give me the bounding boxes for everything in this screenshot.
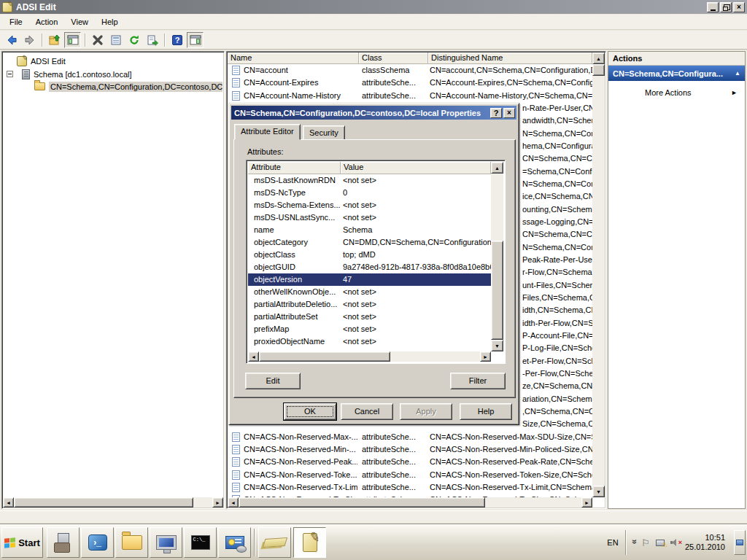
collapse-expander-icon[interactable] <box>7 71 13 77</box>
list-row[interactable]: CN=ACS-Non-Reserved-Tx-LimitattributeSch… <box>228 481 592 494</box>
attribute-row[interactable]: msDS-NcType0 <box>248 187 491 199</box>
edit-button[interactable]: Edit <box>245 373 301 389</box>
language-indicator[interactable]: EN <box>607 538 618 547</box>
taskbar-control-panel-button[interactable] <box>218 527 251 558</box>
list-row[interactable]: CN=accountclassSchemaCN=account,CN=Schem… <box>228 64 592 77</box>
restore-button[interactable] <box>720 2 732 12</box>
attribute-row[interactable]: msDS-LastKnownRDN<not set> <box>248 174 491 187</box>
attribute-row[interactable]: objectCategoryCN=DMD,CN=Schema,CN=Config… <box>248 236 491 249</box>
attribute-row[interactable]: prefixMap<not set> <box>248 323 491 335</box>
start-button[interactable]: Start <box>1 527 43 558</box>
list-row[interactable]: CN=Account-ExpiresattributeSche...CN=Acc… <box>228 77 592 89</box>
tab-security[interactable]: Security <box>303 125 345 140</box>
column-header-class[interactable]: Class <box>359 52 428 64</box>
taskbar-clock[interactable]: 10:51 25.01.2010 <box>685 533 725 552</box>
scroll-up-icon[interactable]: ▲ <box>491 162 503 174</box>
list-row[interactable]: CN=Account-Name-HistoryattributeSche...C… <box>228 90 592 102</box>
scroll-down-icon[interactable]: ▼ <box>491 340 503 351</box>
forward-button[interactable] <box>21 32 38 48</box>
taskbar-powershell-button[interactable]: ›_ <box>81 527 114 558</box>
scroll-right-icon[interactable]: ► <box>480 351 491 362</box>
export-list-button[interactable] <box>144 32 160 48</box>
show-hidden-icons-icon[interactable]: « <box>629 541 639 545</box>
column-header-dn[interactable]: Distinguished Name <box>428 52 592 64</box>
taskbar-cmd-button[interactable]: C:\_ <box>184 527 217 558</box>
scroll-down-icon[interactable]: ▼ <box>592 486 605 497</box>
taskbar-computer-button[interactable] <box>150 527 182 558</box>
refresh-button[interactable] <box>125 32 142 48</box>
apply-button[interactable]: Apply <box>400 403 452 420</box>
tab-attribute-editor[interactable]: Attribute Editor <box>234 124 301 140</box>
scroll-thumb[interactable] <box>491 241 503 340</box>
volume-muted-icon[interactable]: × <box>670 539 678 546</box>
help-button-dialog[interactable]: Help <box>460 403 512 420</box>
scroll-left-icon[interactable]: ◄ <box>3 497 14 508</box>
scroll-thumb[interactable] <box>592 64 605 76</box>
action-pane-toggle-button[interactable] <box>187 32 204 48</box>
list-row[interactable]: CN=ACS-Non-Reserved-Min-...attributeSche… <box>228 443 592 456</box>
help-button[interactable]: ? <box>169 32 185 48</box>
tree-item-root[interactable]: ADSI Edit <box>17 55 66 67</box>
close-button[interactable]: × <box>733 2 745 12</box>
delete-button[interactable] <box>89 32 106 48</box>
menu-help[interactable]: Help <box>95 15 125 28</box>
chevron-up-icon[interactable]: ▲ <box>735 70 740 77</box>
list-vscrollbar[interactable]: ▲ ▼ <box>592 52 605 497</box>
filter-button[interactable]: Filter <box>450 373 506 389</box>
console-tree-toggle-button[interactable] <box>64 32 81 48</box>
attribute-row[interactable]: nameSchema <box>248 224 491 236</box>
cell-distinguished-name-fragment: hema,CN=Configurat <box>522 141 592 150</box>
attribute-row[interactable]: otherWellKnownObje...<not set> <box>248 286 491 298</box>
menu-view[interactable]: View <box>64 15 95 28</box>
actions-context-item[interactable]: CN=Schema,CN=Configura... ▲ <box>608 66 745 81</box>
taskbar-box-app-button[interactable] <box>258 527 291 558</box>
scroll-up-icon[interactable]: ▲ <box>592 52 605 64</box>
attribute-row[interactable]: proxiedObjectName<not set> <box>248 335 491 348</box>
list-row[interactable]: CN=ACS-Non-Reserved-Toke...attributeSche… <box>228 469 592 481</box>
dialog-close-button[interactable]: × <box>503 108 515 118</box>
menu-file[interactable]: File <box>3 15 29 28</box>
column-header-attribute[interactable]: Attribute <box>248 162 341 174</box>
column-header-value[interactable]: Value <box>341 162 491 174</box>
properties-button[interactable] <box>107 32 124 48</box>
scroll-right-icon[interactable]: ► <box>212 497 223 508</box>
scroll-thumb[interactable] <box>239 497 485 508</box>
attribute-row[interactable]: partialAttributeSet<not set> <box>248 311 491 323</box>
tree-hscrollbar[interactable]: ◄ ► <box>3 497 223 508</box>
attribute-row[interactable]: objectGUID9a2748ed-912b-4817-938a-8f0d8a… <box>248 261 491 273</box>
network-status-icon[interactable]: ⚠ <box>656 540 665 546</box>
scroll-left-icon[interactable]: ◄ <box>248 351 259 362</box>
attributes-hscrollbar[interactable]: ◄ ► <box>248 351 491 362</box>
attribute-row[interactable]: msDS-USNLastSync...<not set> <box>248 211 491 224</box>
minimize-button[interactable] <box>707 2 719 12</box>
menu-action[interactable]: Action <box>29 15 65 28</box>
ok-button[interactable]: OK <box>284 403 336 420</box>
scroll-right-icon[interactable]: ► <box>581 497 592 508</box>
context-help-button[interactable]: ? <box>490 108 502 118</box>
list-hscrollbar[interactable]: ◄ ► <box>228 497 592 508</box>
attribute-row[interactable]: msDs-Schema-Extens...<not set> <box>248 199 491 211</box>
cell-value: CN=DMD,CN=Schema,CN=Configuration,DC <box>341 236 491 249</box>
tree-item-schema-selected[interactable]: CN=Schema,CN=Configuration,DC=contoso,DC… <box>34 80 222 93</box>
show-desktop-button[interactable] <box>734 530 746 555</box>
cancel-button[interactable]: Cancel <box>341 403 393 420</box>
list-row[interactable]: CN=ACS-Non-Reserved-Peak...attributeSche… <box>228 456 592 468</box>
taskbar-adsi-edit-button[interactable] <box>293 527 326 558</box>
attributes-vscrollbar[interactable]: ▲ ▼ <box>491 162 503 351</box>
column-header-name[interactable]: Name <box>228 52 359 64</box>
up-one-level-button[interactable] <box>46 32 63 48</box>
scroll-left-icon[interactable]: ◄ <box>228 497 239 508</box>
scroll-thumb[interactable] <box>259 351 390 362</box>
cell-attribute: partialAttributeDeletio... <box>248 298 341 311</box>
taskbar-explorer-button[interactable] <box>115 527 148 558</box>
taskbar-server-manager-button[interactable] <box>47 527 80 558</box>
tree-item-server[interactable]: Schema [dc1.contoso.local] <box>7 68 132 80</box>
attribute-row[interactable]: objectVersion47 <box>248 273 491 286</box>
action-center-flag-icon[interactable]: ⚐ <box>641 537 650 548</box>
attribute-row[interactable]: objectClasstop; dMD <box>248 249 491 261</box>
scroll-thumb[interactable] <box>14 497 193 508</box>
back-button[interactable] <box>3 32 20 48</box>
attribute-row[interactable]: partialAttributeDeletio...<not set> <box>248 298 491 311</box>
list-row[interactable]: CN=ACS-Non-Reserved-Max-...attributeSche… <box>228 431 592 443</box>
more-actions-item[interactable]: More Actions ► <box>608 85 745 100</box>
